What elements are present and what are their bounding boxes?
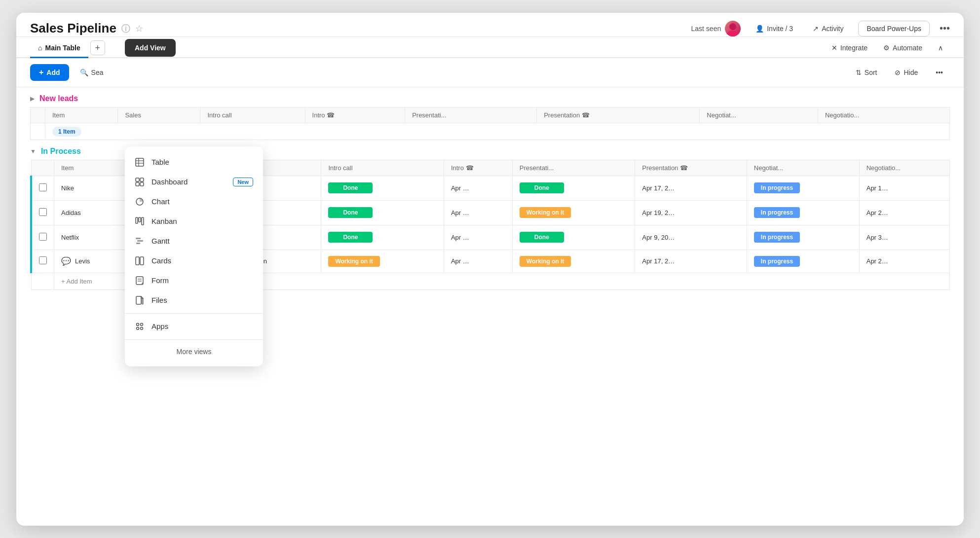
menu-label-cards: Cards xyxy=(151,256,171,265)
col-negotiation-in-process: Negotiat... xyxy=(747,160,859,176)
add-button[interactable]: + Add xyxy=(30,64,69,81)
col-presentation-phone-in-process: Presentation ☎ xyxy=(635,160,747,176)
star-icon[interactable]: ☆ xyxy=(135,23,143,34)
menu-item-apps[interactable]: Apps xyxy=(125,317,263,336)
activity-button[interactable]: ↗ Activity xyxy=(808,22,848,36)
add-tab-button[interactable]: + xyxy=(90,40,105,55)
menu-item-chart[interactable]: Chart xyxy=(125,192,263,212)
status-badge: Done xyxy=(520,232,564,243)
row-checkbox[interactable] xyxy=(39,208,47,216)
last-seen-label: Last seen xyxy=(691,21,741,36)
more-toolbar-button[interactable]: ••• xyxy=(929,65,950,80)
kanban-icon xyxy=(135,216,145,226)
board-power-ups-button[interactable]: Board Power-Ups xyxy=(858,21,930,36)
menu-label-gantt: Gantt xyxy=(151,237,170,245)
gantt-icon xyxy=(135,236,145,246)
status-badge: Done xyxy=(328,182,373,193)
search-button[interactable]: 🔍 Sea xyxy=(73,65,111,80)
cell-neg-date: Apr 2… xyxy=(859,200,949,225)
svg-rect-14 xyxy=(136,178,139,181)
more-views-row[interactable]: More views xyxy=(125,343,263,360)
svg-point-35 xyxy=(141,327,143,329)
menu-label-kanban: Kanban xyxy=(151,217,177,225)
svg-point-32 xyxy=(137,323,139,325)
menu-item-gantt[interactable]: Gantt xyxy=(125,231,263,251)
row-checkbox[interactable] xyxy=(39,183,47,191)
toolbar: + Add 🔍 Sea ⇅ Sort ⊘ Hide ••• xyxy=(16,58,964,87)
svg-rect-16 xyxy=(136,182,139,186)
cell-neg-date: Apr 2… xyxy=(859,250,949,273)
col-sales: Sales xyxy=(118,107,200,123)
menu-label-files: Files xyxy=(151,296,167,304)
sort-button[interactable]: ⇅ Sort xyxy=(849,65,884,80)
hide-icon: ⊘ xyxy=(895,69,901,76)
col-presentation: Presentati... xyxy=(405,107,537,123)
svg-rect-15 xyxy=(140,178,144,181)
activity-icon: ↗ xyxy=(813,25,819,33)
menu-item-files[interactable]: Files xyxy=(125,290,263,310)
info-icon[interactable]: ⓘ xyxy=(121,23,130,35)
app-window: Sales Pipeline ⓘ ☆ Last seen 👤 Invite / … xyxy=(16,13,964,526)
more-options-button[interactable]: ••• xyxy=(940,23,950,34)
col-negotiation: Negotiat... xyxy=(700,107,818,123)
cell-negotiation: In progress xyxy=(747,200,859,225)
tabs-bar: ⌂ Main Table + Add View ✕ Integrate ⚙ Au… xyxy=(16,39,964,58)
hide-button[interactable]: ⊘ Hide xyxy=(888,65,925,80)
automate-icon: ⚙ xyxy=(883,44,890,52)
cell-neg-date: Apr 1… xyxy=(859,176,949,200)
group-chevron-new-leads[interactable]: ▶ xyxy=(30,95,35,102)
collapse-tabs-button[interactable]: ∧ xyxy=(931,41,950,55)
automate-button[interactable]: ⚙ Automate xyxy=(876,41,929,55)
dropdown-overlay: Table Dashboard New Chart xyxy=(125,146,263,366)
menu-item-dashboard[interactable]: Dashboard New xyxy=(125,172,263,192)
cell-intro-date: Apr … xyxy=(444,200,512,225)
group-header-new-leads: ▶ New leads xyxy=(30,87,950,107)
chevron-up-icon: ∧ xyxy=(938,44,943,52)
plus-icon: + xyxy=(39,68,43,77)
col-presentation-in-process: Presentati... xyxy=(512,160,635,176)
cell-intro-call: Done xyxy=(321,176,444,200)
cell-intro-call: Done xyxy=(321,225,444,250)
group-chevron-in-process[interactable]: ▼ xyxy=(30,148,36,155)
cell-pres-date: Apr 17, 2… xyxy=(635,176,747,200)
col-negotiation2-in-process: Negotiatio... xyxy=(859,160,949,176)
cell-neg-date: Apr 3… xyxy=(859,225,949,250)
sort-icon: ⇅ xyxy=(856,69,862,76)
svg-point-34 xyxy=(137,327,139,329)
menu-item-cards[interactable]: Cards xyxy=(125,251,263,271)
cell-intro-phone: Working on it xyxy=(512,200,635,225)
row-checkbox[interactable] xyxy=(39,256,47,264)
svg-point-33 xyxy=(141,323,143,325)
menu-label-form: Form xyxy=(151,276,169,285)
cell-intro-phone: Done xyxy=(512,225,635,250)
menu-item-form[interactable]: Form xyxy=(125,271,263,290)
status-badge: Working on it xyxy=(328,256,379,267)
col-intro-phone-in-process: Intro ☎ xyxy=(444,160,512,176)
col-negotiation2: Negotiatio... xyxy=(818,107,949,123)
status-badge: Working on it xyxy=(520,256,571,267)
apps-icon xyxy=(135,322,145,331)
status-badge: In progress xyxy=(754,207,800,218)
integrate-button[interactable]: ✕ Integrate xyxy=(825,41,874,55)
group-title-in-process: In Process xyxy=(41,147,81,156)
svg-rect-19 xyxy=(136,217,138,223)
main-content: ▶ New leads Item Sales Intro call Intro … xyxy=(16,87,964,290)
menu-item-table[interactable]: Table xyxy=(125,152,263,172)
chat-icon[interactable]: 💬 xyxy=(61,256,71,266)
header: Sales Pipeline ⓘ ☆ Last seen 👤 Invite / … xyxy=(16,13,964,37)
status-badge: In progress xyxy=(754,182,800,193)
svg-rect-25 xyxy=(136,257,139,265)
new-leads-table: Item Sales Intro call Intro ☎ Presentati… xyxy=(30,107,950,140)
invite-button[interactable]: 👤 Invite / 3 xyxy=(751,22,798,36)
menu-item-kanban[interactable]: Kanban xyxy=(125,212,263,231)
item-count-badge: 1 Item xyxy=(52,127,81,137)
col-presentation-phone: Presentation ☎ xyxy=(537,107,700,123)
col-intro-call: Intro call xyxy=(200,107,305,123)
row-checkbox[interactable] xyxy=(39,233,47,241)
svg-rect-10 xyxy=(136,158,144,166)
svg-rect-23 xyxy=(137,240,143,242)
cell-intro-call: Done xyxy=(321,200,444,225)
menu-label-dashboard: Dashboard xyxy=(151,178,188,186)
tab-main-table[interactable]: ⌂ Main Table xyxy=(30,39,88,58)
cell-intro-phone: Done xyxy=(512,176,635,200)
